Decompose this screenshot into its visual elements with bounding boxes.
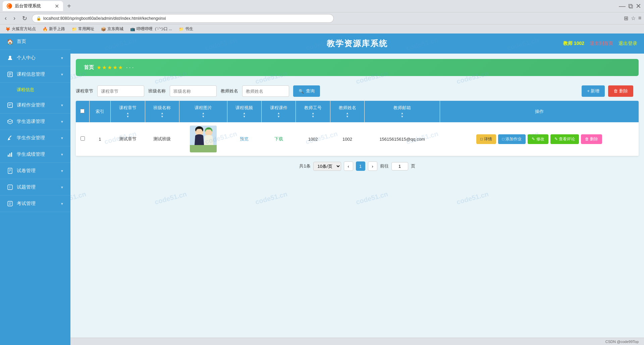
per-page-select[interactable]: 10条/页 20条/页 50条/页 [313, 162, 341, 171]
table-row: 1 测试章节 测试班级 [76, 122, 639, 156]
newbie-icon: 🔥 [43, 27, 48, 31]
next-page-btn[interactable]: › [368, 161, 377, 171]
th-teacher-email-label: 教师邮箱 [393, 105, 411, 110]
cell-teacher-id: 1002 [296, 122, 330, 156]
bookmark-firefox[interactable]: 🦊 火狐官方站点 [3, 25, 39, 32]
sort-asc-icon: ▲ [401, 112, 404, 115]
page-unit: 页 [411, 163, 415, 169]
sort-arrows[interactable]: ▲ ▼ [299, 112, 327, 118]
search-btn[interactable]: 🔍 查询 [293, 85, 320, 97]
page-go-input[interactable] [391, 162, 408, 170]
action-buttons-group: □ 详情 □ 添加作业 ✎ 修改 ✎ 查看评论 🗑 删除 [442, 133, 636, 145]
restore-icon[interactable]: ⧉ [628, 3, 633, 9]
sidebar-item-homework-mgmt[interactable]: 课程作业管理 ▼ [0, 97, 70, 114]
sort-arrows[interactable]: ▲ ▼ [148, 112, 176, 118]
browser-tab[interactable]: 后台管理系统 ✕ [3, 1, 63, 11]
sort-arrows[interactable]: ▲ ▼ [333, 112, 362, 118]
arrow-icon: ▼ [60, 104, 64, 107]
safety-link[interactable]: 退出登录 [619, 41, 637, 47]
select-all-checkbox[interactable] [80, 109, 85, 113]
sidebar-item-label: 学生作业管理 [17, 135, 57, 141]
extensions-icon[interactable]: ⊞ [624, 15, 628, 21]
sidebar-item-exam-mgmt[interactable]: 考试管理 ▼ [0, 196, 70, 212]
sidebar-item-home[interactable]: 🏠 首页 [0, 33, 70, 50]
bookmark-star-icon[interactable]: ☆ [631, 15, 636, 21]
row-checkbox-cell[interactable] [76, 122, 89, 156]
chapter-search-input[interactable] [97, 85, 144, 97]
sidebar-item-student-grade[interactable]: 学生成绩管理 ▼ [0, 146, 70, 163]
bookmark-label: 火狐官方站点 [12, 26, 36, 32]
minimize-icon[interactable]: — [619, 3, 626, 9]
nav-actions: ⊞ ☆ ≡ [624, 15, 641, 21]
sidebar-item-label: 学生成绩管理 [17, 151, 57, 157]
refresh-btn[interactable]: ↻ [20, 14, 29, 23]
teacher-search-input[interactable] [242, 85, 289, 97]
sort-arrows[interactable]: ▲ ▼ [182, 112, 224, 118]
bookmark-bilibili[interactable]: 📺 哔哩哔哩（'-'つ口 ... [127, 25, 175, 32]
arrow-icon: ▼ [60, 202, 64, 206]
th-teacher-name[interactable]: 教师姓名 ▲ ▼ [330, 101, 364, 122]
cell-courseware[interactable]: 下载 [262, 122, 296, 156]
sidebar-item-label: 课程作业管理 [17, 102, 57, 108]
sidebar-item-exam-paper[interactable]: 试卷管理 ▼ [0, 163, 70, 179]
th-teacher-email[interactable]: 教师邮箱 ▲ ▼ [365, 101, 440, 122]
sidebar-item-course-info[interactable]: 课程信息 [0, 83, 70, 97]
bookmark-jd[interactable]: 📦 京东商城 [98, 25, 126, 32]
th-class[interactable]: 班级名称 ▲ ▼ [145, 101, 179, 122]
th-courseware[interactable]: 课程课件 ▲ ▼ [262, 101, 296, 122]
forward-btn[interactable]: › [11, 14, 17, 22]
edit-btn[interactable]: ✎ 修改 [528, 134, 548, 144]
delete-btn[interactable]: 🗑 删除 [581, 134, 602, 144]
row-checkbox[interactable] [80, 136, 85, 141]
select-all-header[interactable] [76, 101, 89, 122]
browser-chrome: 后台管理系统 ✕ + — ⧉ ✕ [0, 0, 644, 12]
th-index-label: 索引 [96, 109, 104, 114]
sidebar-item-student-course[interactable]: 学生选课管理 ▼ [0, 114, 70, 130]
sort-arrows[interactable]: ▲ ▼ [113, 112, 142, 118]
prev-page-btn[interactable]: ‹ [344, 161, 353, 171]
logout-link[interactable]: 退出到首页 [590, 41, 613, 47]
add-btn[interactable]: + 新增 [582, 85, 605, 97]
window-controls[interactable]: — ⧉ ✕ [619, 3, 641, 9]
th-chapter[interactable]: 课程章节 ▲ ▼ [111, 101, 145, 122]
close-icon[interactable]: ✕ [636, 3, 641, 9]
sort-arrows[interactable]: ▲ ▼ [264, 112, 293, 118]
courseware-download-link[interactable]: 下载 [274, 136, 283, 141]
sidebar-item-label: 试题管理 [17, 184, 57, 190]
th-class-label: 班级名称 [153, 105, 171, 110]
bookmark-newbie[interactable]: 🔥 新手上路 [40, 25, 68, 32]
video-preview-link[interactable]: 预览 [240, 136, 249, 141]
menu-icon[interactable]: ≡ [638, 15, 641, 21]
cell-video[interactable]: 预览 [227, 122, 261, 156]
sidebar-item-profile[interactable]: 个人中心 ▼ [0, 50, 70, 66]
batch-delete-btn[interactable]: 🗑 删除 [608, 85, 633, 97]
back-btn[interactable]: ‹ [3, 14, 9, 22]
page-1-btn[interactable]: 1 [356, 161, 365, 171]
detail-btn[interactable]: □ 详情 [476, 134, 496, 144]
tab-close-btn[interactable]: ✕ [55, 3, 59, 9]
th-teacher-id[interactable]: 教师工号 ▲ ▼ [296, 101, 330, 122]
arrow-icon: ▼ [60, 120, 64, 124]
th-img[interactable]: 课程图片 ▲ ▼ [179, 101, 227, 122]
sort-arrows[interactable]: ▲ ▼ [367, 112, 437, 118]
review-btn[interactable]: ✎ 查看评论 [550, 134, 579, 144]
sidebar-item-student-hw[interactable]: 学生作业管理 ▼ [0, 130, 70, 146]
url-bar[interactable]: 🔒 localhost:8080/springboot60a0e/admin/d… [32, 14, 334, 23]
th-video[interactable]: 课程视频 ▲ ▼ [227, 101, 261, 122]
sidebar-item-exam-question[interactable]: ? 试题管理 ▼ [0, 179, 70, 196]
svg-rect-9 [9, 135, 12, 138]
new-tab-btn[interactable]: + [64, 2, 74, 10]
class-search-input[interactable] [170, 85, 217, 97]
bookmark-shusheng[interactable]: 📁 书生 [176, 25, 196, 32]
sort-asc-icon: ▲ [126, 112, 129, 115]
footer-copyright: CSDN @code99Top [605, 340, 639, 344]
add-work-btn[interactable]: □ 添加作业 [498, 134, 526, 144]
cell-class: 测试班级 [145, 122, 179, 156]
svg-text:?: ? [9, 186, 10, 189]
tab-favicon [7, 3, 12, 9]
bookmark-common[interactable]: 📁 常用网址 [69, 25, 97, 32]
sidebar-item-course-mgmt[interactable]: 课程信息管理 ▼ [0, 66, 70, 83]
course-mgmt-icon [7, 71, 13, 78]
sort-arrows[interactable]: ▲ ▼ [230, 112, 259, 118]
bookmark-label: 常用网址 [78, 26, 94, 32]
